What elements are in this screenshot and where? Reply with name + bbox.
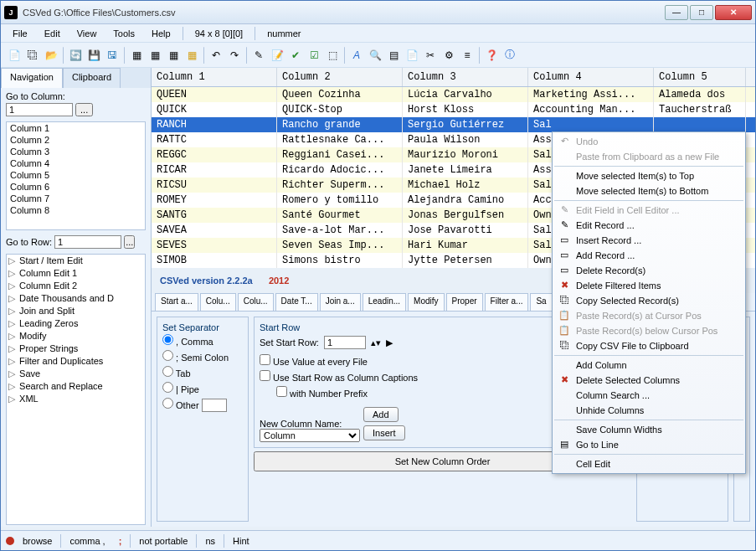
table-cell[interactable]: Simons bistro bbox=[277, 253, 403, 268]
context-menu-item[interactable]: ✖Delete Selected Columns bbox=[554, 373, 743, 388]
font-icon[interactable]: A bbox=[348, 47, 365, 64]
sep-comma[interactable]: , Comma bbox=[162, 332, 243, 348]
tree-item[interactable]: ▷ Save bbox=[7, 368, 145, 380]
pair-icon[interactable]: ⬚ bbox=[324, 47, 341, 64]
refresh-icon[interactable]: 🔄 bbox=[67, 47, 84, 64]
table-cell[interactable]: Sergio Gutiérrez bbox=[403, 117, 528, 132]
goto-row-button[interactable]: ... bbox=[124, 235, 135, 249]
help-icon[interactable]: ❓ bbox=[483, 47, 500, 64]
start-row-input[interactable] bbox=[324, 336, 366, 349]
context-menu-item[interactable]: ⿻Copy CSV File to Clipboard bbox=[554, 338, 743, 353]
goto-column-button[interactable]: ... bbox=[75, 103, 93, 116]
table-cell[interactable]: Janete Limeira bbox=[403, 162, 528, 178]
minimize-button[interactable]: — bbox=[665, 5, 688, 20]
redo-icon[interactable]: ↷ bbox=[226, 47, 243, 64]
table-cell[interactable]: Maurizio Moroni bbox=[403, 147, 528, 162]
menu-help[interactable]: Help bbox=[145, 27, 177, 40]
table-cell[interactable]: RATTC bbox=[152, 132, 277, 147]
context-menu-item[interactable]: ✖Delete Filtered Items bbox=[554, 278, 743, 293]
sep-other[interactable]: Other bbox=[162, 396, 243, 414]
column-list-item[interactable]: Column 3 bbox=[7, 146, 145, 157]
bars-icon[interactable]: ≡ bbox=[459, 47, 476, 64]
table-cell[interactable]: QUICK bbox=[152, 102, 277, 117]
table-cell[interactable]: RANCH bbox=[152, 117, 277, 132]
context-menu-item[interactable]: Save Column Widths bbox=[554, 422, 743, 437]
context-menu-item[interactable]: Unhide Columns bbox=[554, 403, 743, 418]
bottom-tab[interactable]: Sa bbox=[530, 293, 552, 311]
column-list-item[interactable]: Column 4 bbox=[7, 157, 145, 169]
check-icon[interactable]: ✔ bbox=[287, 47, 304, 64]
column-header[interactable]: Column 2 bbox=[277, 68, 403, 86]
page-icon[interactable]: 📄 bbox=[404, 47, 420, 64]
tab-clipboard[interactable]: Clipboard bbox=[63, 68, 121, 88]
column-list[interactable]: Column 1Column 2Column 3Column 4Column 5… bbox=[6, 121, 146, 230]
note-icon[interactable]: 📝 bbox=[269, 47, 285, 64]
table-cell[interactable]: Jytte Petersen bbox=[403, 253, 528, 268]
column-list-item[interactable]: Column 1 bbox=[7, 122, 145, 134]
bottom-tab[interactable]: Colu... bbox=[238, 293, 274, 311]
column-header[interactable]: Column 4 bbox=[528, 68, 654, 86]
tree-item[interactable]: ▷ Modify bbox=[7, 330, 145, 342]
table-cell[interactable]: Alejandra Camino bbox=[403, 193, 528, 208]
table-cell[interactable]: RICAR bbox=[152, 162, 277, 178]
table-cell[interactable]: Lúcia Carvalho bbox=[403, 87, 528, 102]
gear-icon[interactable]: ⚙ bbox=[440, 47, 457, 64]
table-cell[interactable]: Paula Wilson bbox=[403, 132, 528, 147]
table-cell[interactable]: Sal bbox=[528, 117, 654, 132]
column-list-item[interactable]: Column 5 bbox=[7, 169, 145, 181]
checkbox-icon[interactable]: ☑ bbox=[306, 47, 322, 64]
insert-column-button[interactable]: Insert bbox=[363, 425, 405, 440]
save-icon[interactable]: 💾 bbox=[85, 47, 102, 64]
copy-icon[interactable]: ⿻ bbox=[24, 47, 41, 64]
sep-pipe[interactable]: | Pipe bbox=[162, 380, 243, 396]
table-cell[interactable]: Romero y tomillo bbox=[277, 193, 403, 208]
table-cell[interactable]: SAVEA bbox=[152, 223, 277, 238]
bottom-tab[interactable]: Modify bbox=[408, 293, 444, 311]
column-list-item[interactable]: Column 7 bbox=[7, 193, 145, 204]
tree-item[interactable]: ▷ XML bbox=[7, 393, 145, 405]
column-list-item[interactable]: Column 2 bbox=[7, 134, 145, 146]
sep-semicolon[interactable]: ; Semi Colon bbox=[162, 348, 243, 364]
table-cell[interactable]: Queen Cozinha bbox=[277, 87, 403, 102]
tree-item[interactable]: ▷ Leading Zeros bbox=[7, 317, 145, 330]
nav-tree[interactable]: ▷ Start / Item Edit▷ Column Edit 1▷ Colu… bbox=[6, 254, 146, 525]
context-menu-item[interactable]: ▭Insert Record ... bbox=[554, 233, 743, 248]
menu-edit[interactable]: Edit bbox=[38, 27, 67, 40]
context-menu-item[interactable]: Move selected Item(s) to Top bbox=[554, 168, 743, 183]
add-column-button[interactable]: Add bbox=[363, 407, 399, 422]
context-menu-item[interactable]: ▭Delete Record(s) bbox=[554, 263, 743, 278]
bottom-tab[interactable]: Date T... bbox=[275, 293, 318, 311]
context-menu-item[interactable]: ▤Go to Line bbox=[554, 437, 743, 452]
column-list-item[interactable]: Column 8 bbox=[7, 204, 145, 216]
table-row[interactable]: QUICKQUICK-StopHorst KlossAccounting Man… bbox=[152, 102, 755, 117]
table-cell[interactable]: Hari Kumar bbox=[403, 238, 528, 253]
table-cell[interactable]: Santé Gourmet bbox=[277, 208, 403, 223]
tab-navigation[interactable]: Navigation bbox=[1, 68, 63, 88]
table-cell[interactable]: SANTG bbox=[152, 208, 277, 223]
table-cell[interactable]: SEVES bbox=[152, 238, 277, 253]
context-menu-item[interactable]: ▭Add Record ... bbox=[554, 248, 743, 263]
table-cell[interactable]: Seven Seas Imp... bbox=[277, 238, 403, 253]
column-header[interactable]: Column 5 bbox=[654, 68, 746, 86]
close-button[interactable]: ✕ bbox=[715, 5, 752, 20]
open-icon[interactable]: 📂 bbox=[43, 47, 59, 64]
undo-icon[interactable]: ↶ bbox=[208, 47, 224, 64]
table-cell[interactable]: Alameda dos bbox=[654, 87, 746, 102]
tree-item[interactable]: ▷ Start / Item Edit bbox=[7, 255, 145, 267]
tree-item[interactable]: ▷ Column Edit 1 bbox=[7, 267, 145, 280]
table-cell[interactable]: Rancho grande bbox=[277, 117, 403, 132]
saveall-icon[interactable]: 🖫 bbox=[104, 47, 121, 64]
grid4-icon[interactable]: ▦ bbox=[183, 47, 200, 64]
bottom-tab[interactable]: Leadin... bbox=[363, 293, 406, 311]
table-cell[interactable]: Michael Holz bbox=[403, 178, 528, 193]
sep-tab[interactable]: Tab bbox=[162, 364, 243, 380]
table-cell[interactable]: Jose Pavarotti bbox=[403, 223, 528, 238]
table-cell[interactable]: Ricardo Adocic... bbox=[277, 162, 403, 178]
menu-tools[interactable]: Tools bbox=[106, 27, 141, 40]
table-cell[interactable]: QUEEN bbox=[152, 87, 277, 102]
bottom-tab[interactable]: Proper bbox=[446, 293, 483, 311]
table-cell[interactable]: ROMEY bbox=[152, 193, 277, 208]
menu-file[interactable]: File bbox=[6, 27, 34, 40]
goto-row-input[interactable] bbox=[54, 235, 121, 249]
table-cell[interactable] bbox=[654, 117, 746, 132]
